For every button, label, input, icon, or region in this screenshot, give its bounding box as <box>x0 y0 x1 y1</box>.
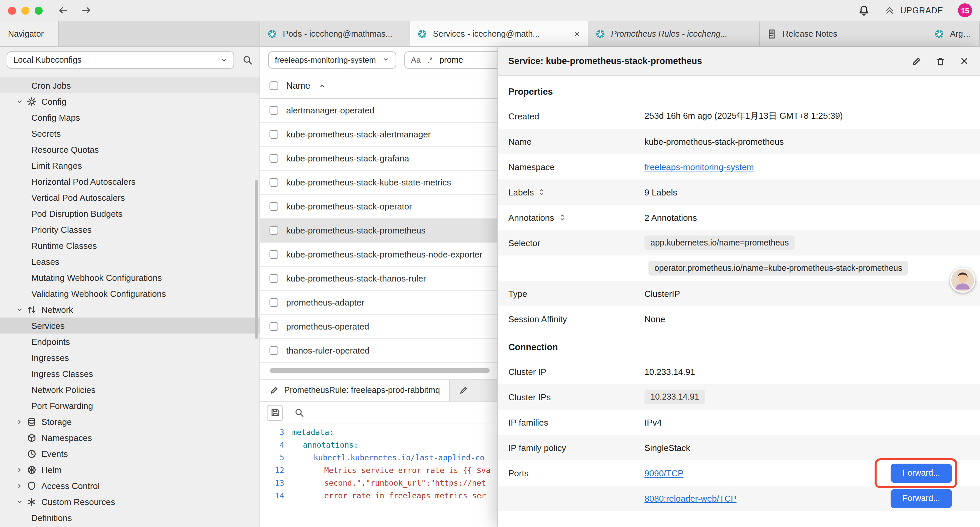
match-case-toggle[interactable]: Aa <box>411 55 421 64</box>
regex-toggle[interactable]: .* <box>427 55 433 64</box>
user-avatar[interactable] <box>950 267 975 293</box>
edit-button[interactable] <box>911 56 922 66</box>
namespace-link[interactable]: freeleaps-monitoring-system <box>644 162 754 172</box>
sidebar-item-ingresses[interactable]: Ingresses <box>0 350 259 366</box>
value-text: ClusterIP <box>644 288 680 299</box>
property-value: 9090/TCPForward... <box>644 463 969 482</box>
save-button[interactable] <box>267 404 283 420</box>
sidebar-item-validating-webhook-configurations[interactable]: Validating Webhook Configurations <box>0 285 259 301</box>
sidebar-item-events[interactable]: Events <box>0 446 259 462</box>
sidebar-item-mutating-webhook-configurations[interactable]: Mutating Webhook Configurations <box>0 269 259 285</box>
port-forward-button[interactable]: Forward... <box>891 489 952 508</box>
tab-services-icecheng-math[interactable]: Services - icecheng@math... <box>410 21 589 46</box>
service-name: thanos-ruler-operated <box>286 345 369 355</box>
sidebar-item-services[interactable]: Services <box>0 318 259 334</box>
tab-prometheus-rules-icecheng[interactable]: Prometheus Rules - icecheng... <box>589 21 760 46</box>
chevron-down-icon[interactable] <box>16 498 25 505</box>
tab-argo-s[interactable]: Argo S... <box>927 21 980 46</box>
sidebar-item-vertical-pod-autoscalers[interactable]: Vertical Pod Autoscalers <box>0 189 259 205</box>
sidebar-item-config-maps[interactable]: Config Maps <box>0 110 259 126</box>
bell-icon <box>858 4 870 16</box>
sidebar-item-definitions[interactable]: Definitions <box>0 509 259 525</box>
port-link-9090-tcp[interactable]: 9090/TCP <box>644 468 684 478</box>
chevron-right-icon[interactable] <box>16 418 25 425</box>
tab-pods-icecheng-mathmas[interactable]: Pods - icecheng@mathmas... <box>260 21 410 46</box>
select-all-checkbox[interactable] <box>269 81 278 90</box>
navigator-tab[interactable]: Navigator <box>0 21 59 46</box>
chevron-right-icon[interactable] <box>16 482 25 489</box>
sidebar-item-custom-resources[interactable]: Custom Resources <box>0 494 259 509</box>
sidebar-item-leases[interactable]: Leases <box>0 253 259 269</box>
delete-button[interactable] <box>935 56 946 66</box>
row-checkbox[interactable] <box>269 154 278 163</box>
sidebar-search-button[interactable] <box>242 55 253 65</box>
tab-label: Release Notes <box>783 29 837 38</box>
close-window-button[interactable] <box>8 6 16 14</box>
chevron-down-icon[interactable] <box>16 98 25 105</box>
sidebar-scrollbar[interactable] <box>255 180 258 339</box>
port-forward-button[interactable]: Forward... <box>891 463 952 482</box>
sidebar-item-access-control[interactable]: Access Control <box>0 478 259 494</box>
sidebar-item-limit-ranges[interactable]: Limit Ranges <box>0 158 259 174</box>
editor-search-button[interactable] <box>291 404 307 420</box>
back-button[interactable] <box>57 5 69 16</box>
sidebar-item-endpoints[interactable]: Endpoints <box>0 334 259 350</box>
expand-toggle-icon[interactable] <box>558 213 566 221</box>
sidebar-item-ingress-classes[interactable]: Ingress Classes <box>0 366 259 382</box>
sidebar-item-horizontal-pod-autoscalers[interactable]: Horizontal Pod Autoscalers <box>0 174 259 189</box>
sidebar-item-runtime-classes[interactable]: Runtime Classes <box>0 237 259 253</box>
notifications-button[interactable] <box>858 4 870 16</box>
row-checkbox[interactable] <box>269 322 278 331</box>
label-text: Session Affinity <box>508 314 567 324</box>
k8s-tab-icon <box>267 29 277 39</box>
row-checkbox[interactable] <box>269 178 278 187</box>
sidebar-item-config[interactable]: Config <box>0 93 259 110</box>
row-checkbox[interactable] <box>269 130 278 139</box>
editor-tab-prometheusrule[interactable]: PrometheusRule: freeleaps-prod-rabbitmq <box>260 380 450 401</box>
label-text: Type <box>508 288 527 299</box>
chevron-down-icon[interactable] <box>16 306 25 313</box>
zoom-window-button[interactable] <box>35 6 43 14</box>
sort-ascending-icon[interactable] <box>318 82 326 90</box>
sidebar-item-helm[interactable]: Helm <box>0 462 259 478</box>
port-link-8080-reloader-web-tcp[interactable]: 8080:reloader-web/TCP <box>644 493 737 503</box>
editor-tab-partial[interactable] <box>450 380 478 401</box>
minimize-window-button[interactable] <box>21 6 29 14</box>
tab-close-button[interactable] <box>573 30 581 38</box>
upgrade-button[interactable]: UPGRADE <box>885 5 943 15</box>
tab-release-notes[interactable]: Release Notes <box>760 21 927 46</box>
row-checkbox[interactable] <box>269 298 278 307</box>
sidebar-item-cron-jobs[interactable]: Cron Jobs <box>0 77 259 93</box>
sidebar-item-resource-quotas[interactable]: Resource Quotas <box>0 142 259 158</box>
notification-count-badge[interactable]: 15 <box>958 3 972 18</box>
name-column-header[interactable]: Name <box>286 81 310 91</box>
property-label: Selector <box>508 238 644 248</box>
sidebar-item-network-policies[interactable]: Network Policies <box>0 382 259 398</box>
sidebar-item-priority-classes[interactable]: Priority Classes <box>0 221 259 237</box>
sidebar-item-network[interactable]: Network <box>0 301 259 318</box>
row-checkbox[interactable] <box>269 106 278 115</box>
close-drawer-button[interactable] <box>959 56 969 66</box>
sidebar-item-label: Access Control <box>41 481 100 490</box>
pencil-icon <box>269 385 279 395</box>
sidebar-item-label: Namespaces <box>41 433 92 443</box>
kubeconfig-select[interactable]: Local Kubeconfigs <box>7 51 234 69</box>
row-checkbox[interactable] <box>269 274 278 283</box>
sidebar-item-port-forwarding[interactable]: Port Forwarding <box>0 398 259 414</box>
sidebar-item-secrets[interactable]: Secrets <box>0 126 259 142</box>
row-checkbox[interactable] <box>269 202 278 211</box>
value-chip: operator.prometheus.io/name=kube-prometh… <box>648 261 908 275</box>
sidebar-item-pod-disruption-budgets[interactable]: Pod Disruption Budgets <box>0 205 259 221</box>
sidebar-item-storage[interactable]: Storage <box>0 414 259 430</box>
forward-button-nav[interactable] <box>81 5 92 16</box>
row-checkbox[interactable] <box>269 226 278 235</box>
row-checkbox[interactable] <box>269 250 278 259</box>
row-checkbox[interactable] <box>269 346 278 355</box>
expand-toggle-icon[interactable] <box>538 188 546 196</box>
chevron-right-icon[interactable] <box>16 466 25 473</box>
namespace-select[interactable]: freeleaps-monitoring-system <box>268 51 396 68</box>
label-text: IP families <box>508 417 548 427</box>
horizontal-scrollbar-thumb[interactable] <box>269 368 490 373</box>
sidebar-item-namespaces[interactable]: Namespaces <box>0 430 259 446</box>
property-row-ip-family-policy: IP family policySingleStack <box>498 435 980 460</box>
